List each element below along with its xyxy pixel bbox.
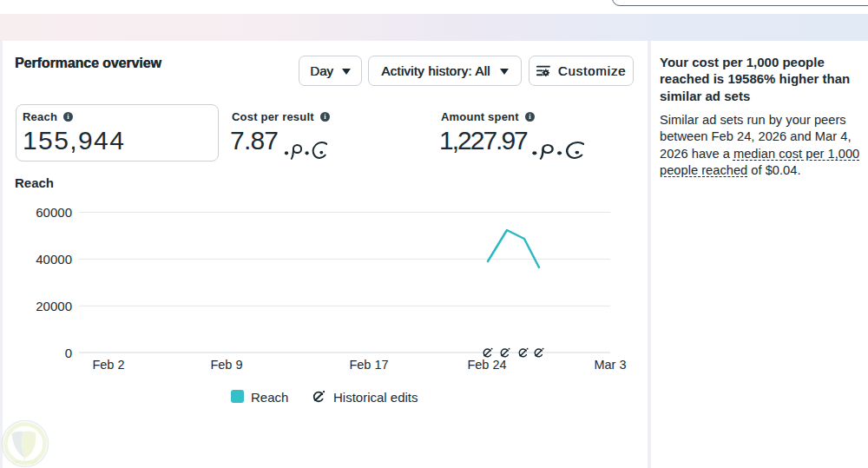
svg-text:كومبارس: كومبارس — [13, 457, 38, 465]
